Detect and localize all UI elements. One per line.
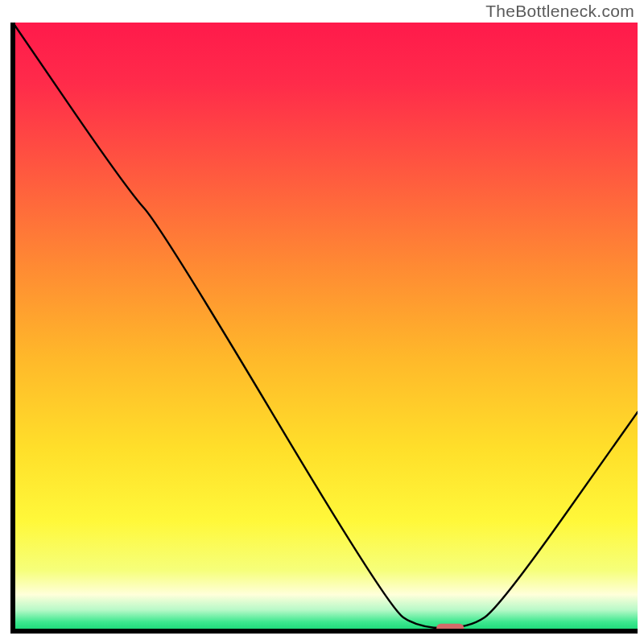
bottleneck-chart	[6, 23, 638, 638]
chart-gradient-background	[13, 23, 638, 631]
watermark-text: TheBottleneck.com	[485, 2, 634, 21]
